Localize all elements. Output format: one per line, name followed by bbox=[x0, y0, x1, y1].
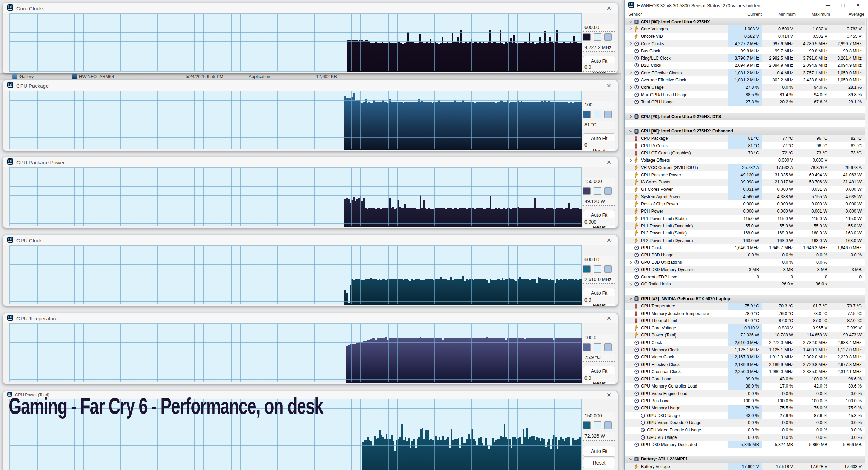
scale-max-input[interactable]: 6000.0 bbox=[583, 24, 615, 32]
chevron-right-icon[interactable] bbox=[629, 115, 634, 118]
graph-color-swatch[interactable] bbox=[583, 187, 591, 195]
column-average[interactable]: Average bbox=[833, 12, 868, 17]
sensor-row[interactable]: GPU Effective Clock2,189.9 MHz2,189.9 MH… bbox=[625, 361, 865, 368]
chevron-right-icon[interactable] bbox=[629, 27, 634, 31]
sensor-section-header[interactable]: CPU [#0]: Intel Core Ultra 9 275HX: Enha… bbox=[625, 127, 865, 135]
chevron-right-icon[interactable] bbox=[629, 42, 634, 46]
sensor-row[interactable]: CPU Package Power49.120 W31.335 W69.494 … bbox=[625, 171, 865, 178]
background-color-swatch[interactable] bbox=[594, 187, 601, 195]
sensor-row[interactable]: GPU Crossbar Clock2,250.0 MHz1,980.0 MHz… bbox=[625, 368, 865, 375]
close-icon[interactable]: ✕ bbox=[607, 316, 611, 321]
maximize-button[interactable]: □ bbox=[836, 0, 851, 11]
sensor-row[interactable]: Core Clocks4,227.2 MHz997.6 MHz4,289.5 M… bbox=[625, 40, 865, 47]
scale-max-input[interactable]: 100.0 bbox=[583, 334, 615, 342]
close-icon[interactable]: ✕ bbox=[607, 238, 611, 243]
chevron-down-icon[interactable] bbox=[629, 20, 634, 24]
sensor-row[interactable]: GPU Thermal Limit87.0 °C87.0 °C87.0 °C87… bbox=[625, 317, 865, 324]
sensor-window-titlebar[interactable]: HWiNFO® 32 v8.30-5800 Sensor Status [270… bbox=[625, 0, 868, 11]
explorer-sidebar-item-gallery[interactable]: Gallery bbox=[12, 74, 34, 80]
scale-max-input[interactable]: 100 bbox=[583, 101, 615, 109]
chevron-down-icon[interactable] bbox=[629, 297, 634, 301]
explorer-file-row[interactable]: HWiNFO_ARM64 bbox=[72, 74, 114, 80]
sensor-row[interactable]: CPU GT Cores (Graphics)73 °C72 °C73 °C73… bbox=[625, 149, 865, 156]
scale-max-input[interactable]: 6000.0 bbox=[583, 256, 615, 264]
sensor-row[interactable]: Core Voltages1.003 V0.600 V1.032 V0.783 … bbox=[625, 25, 865, 33]
grid-color-swatch[interactable] bbox=[604, 187, 612, 195]
minimize-button[interactable]: — bbox=[820, 0, 836, 11]
chevron-right-icon[interactable] bbox=[629, 86, 634, 89]
sensor-row[interactable]: GPU Memory Usage75.8 %75.5 %76.0 %75.9 % bbox=[625, 405, 865, 412]
scale-min-input[interactable]: 0 bbox=[583, 141, 615, 149]
sensor-row[interactable]: GPU Temperature75.9 °C70.3 °C81.7 °C79.7… bbox=[625, 303, 865, 310]
graph-window-titlebar[interactable]: GPU Temperature bbox=[3, 313, 618, 323]
background-color-swatch[interactable] bbox=[594, 421, 601, 429]
sensor-row[interactable]: GPU Memory Clock1,125.1 MHz1,125.1 MHz1,… bbox=[625, 346, 865, 353]
sensor-row[interactable]: Core Usage27.8 %0.0 %94.0 %28.1 % bbox=[625, 84, 865, 91]
sensor-row[interactable]: Total CPU Usage27.8 %20.2 %67.6 %28.1 % bbox=[625, 98, 865, 105]
graph-window-titlebar[interactable]: CPU Package Power bbox=[3, 157, 618, 167]
sensor-row[interactable]: GPU Bus Load100.0 %100.0 %100.0 %100.0 % bbox=[625, 397, 865, 404]
chevron-right-icon[interactable] bbox=[629, 261, 634, 264]
sensor-row[interactable]: PCH Power0.000 W0.000 W0.001 W0.000 W bbox=[625, 208, 865, 215]
sensor-row[interactable]: IA Cores Power39.998 W21.317 W58.706 W31… bbox=[625, 179, 865, 186]
graph-color-swatch[interactable] bbox=[583, 265, 591, 273]
background-color-swatch[interactable] bbox=[594, 33, 601, 41]
sensor-row[interactable]: GPU D3D Usage0.0 %0.0 %0.0 %0.0 % bbox=[625, 252, 865, 259]
sensor-row[interactable]: GPU Core Load99.0 %43.0 %100.0 %96.6 % bbox=[625, 376, 865, 383]
sensor-section-header[interactable]: CPU [#0]: Intel Core Ultra 9 275HX bbox=[625, 18, 865, 25]
sensor-row[interactable]: GPU Memory Junction Temperature78.0 °C76… bbox=[625, 310, 865, 317]
reset-button[interactable]: Reset bbox=[583, 458, 615, 468]
background-color-swatch[interactable] bbox=[594, 265, 601, 273]
sensor-row[interactable]: Bus Clock99.8 MHz99.7 MHz99.8 MHz99.8 MH… bbox=[625, 47, 865, 54]
sensor-row[interactable]: GPU Power (Total)72.326 W18.788 W114.658… bbox=[625, 332, 865, 339]
sensor-row[interactable]: GPU D3D Memory Dynamic3 MB3 MB3 MB3 MB bbox=[625, 266, 865, 273]
sensor-section-header[interactable]: GPU [#2]: NVIDIA GeForce RTX 5070 Laptop bbox=[625, 295, 865, 302]
sensor-row[interactable]: GPU Core Voltage0.910 V0.880 V0.965 V0.9… bbox=[625, 324, 865, 331]
sensor-row[interactable]: VR VCC Current (SVID IOUT)25.782 A17.532… bbox=[625, 164, 865, 171]
background-color-swatch[interactable] bbox=[594, 111, 601, 118]
grid-color-swatch[interactable] bbox=[604, 265, 612, 273]
column-maximum[interactable]: Maximum bbox=[799, 12, 833, 17]
sensor-row[interactable]: GPU Video Decode 0 Usage0.0 %0.0 %0.0 %0… bbox=[625, 419, 865, 426]
sensor-row[interactable]: PL1 Power Limit (Static)115.0 W115.0 W11… bbox=[625, 215, 865, 222]
sensor-row[interactable]: System Agent Power4.560 W4.388 W5.155 W4… bbox=[625, 193, 865, 200]
sensor-row[interactable]: GPU D3D Utilizations0.0 %0.0 % bbox=[625, 259, 865, 266]
graph-color-swatch[interactable] bbox=[583, 421, 591, 429]
scrollbar-thumb[interactable] bbox=[866, 18, 867, 100]
sensor-row[interactable]: Battery Voltage17.604 V17.518 V17.628 V1… bbox=[625, 463, 865, 470]
graph-window-titlebar[interactable]: CPU Package bbox=[3, 80, 618, 91]
close-icon[interactable]: ✕ bbox=[607, 5, 611, 11]
chevron-right-icon[interactable] bbox=[629, 282, 634, 286]
column-current[interactable]: Current bbox=[731, 12, 765, 17]
scale-min-input[interactable]: 0.0 bbox=[583, 374, 615, 382]
sensor-section-header[interactable]: Battery: ATL L23N4PF1 bbox=[625, 456, 865, 463]
graph-window-titlebar[interactable]: GPU Clock bbox=[3, 235, 618, 245]
sensor-row[interactable]: GPU VR Usage0.0 %0.0 %0.0 %0.0 % bbox=[625, 434, 865, 441]
grid-color-swatch[interactable] bbox=[604, 421, 612, 429]
sensor-row[interactable]: OC Ratio Limits26.0 x96.0 x bbox=[625, 281, 865, 288]
sensor-row[interactable]: GPU Video Clock2,167.0 MHz1,912.0 MHz2,3… bbox=[625, 354, 865, 361]
grid-color-swatch[interactable] bbox=[604, 343, 612, 351]
sensor-row[interactable]: GPU Memory Controller Load38.0 %17.0 %42… bbox=[625, 383, 865, 390]
sensor-row[interactable]: Uncore VID0.582 V0.414 V0.582 V0.455 V bbox=[625, 33, 865, 40]
sensor-row[interactable]: CPU Package81 °C77 °C96 °C82 °C bbox=[625, 135, 865, 142]
graph-window-titlebar[interactable]: Core Clocks bbox=[3, 3, 618, 13]
column-minimum[interactable]: Minimum bbox=[765, 12, 799, 17]
sensor-row[interactable]: GPU Clock2,610.0 MHz2,272.0 MHz2,782.0 M… bbox=[625, 339, 865, 346]
sensor-row[interactable]: GPU Video Encode 0 Usage0.0 %0.0 %0.0 %0… bbox=[625, 427, 865, 434]
sensor-row[interactable]: Rest-of-Chip Power0.000 W0.000 W0.000 W0… bbox=[625, 200, 865, 207]
sensor-row[interactable]: Current cTDP Level0000 bbox=[625, 273, 865, 280]
sensor-row[interactable]: GPU Video Engine Load0.0 %0.0 %0.0 %0.0 … bbox=[625, 390, 865, 397]
close-icon[interactable]: ✕ bbox=[607, 392, 611, 398]
sensor-section-header[interactable]: CPU [#0]: Intel Core Ultra 9 275HX: DTS bbox=[625, 113, 865, 120]
column-sensor[interactable]: Sensor bbox=[625, 12, 731, 17]
scale-min-input[interactable]: 0.0 bbox=[583, 63, 615, 72]
sensor-row[interactable]: GPU D3D Usage43.0 %27.9 %87.6 %45.3 % bbox=[625, 412, 865, 419]
chevron-right-icon[interactable] bbox=[629, 71, 634, 75]
vertical-scrollbar[interactable] bbox=[865, 18, 868, 470]
auto-fit-button[interactable]: Auto Fit bbox=[583, 446, 615, 457]
sensor-row[interactable]: GPU D3D Memory Dedicated5,845 MB5,824 MB… bbox=[625, 441, 865, 448]
close-button[interactable]: ✕ bbox=[851, 0, 866, 11]
chevron-right-icon[interactable] bbox=[629, 158, 634, 162]
graph-color-swatch[interactable] bbox=[583, 343, 591, 351]
